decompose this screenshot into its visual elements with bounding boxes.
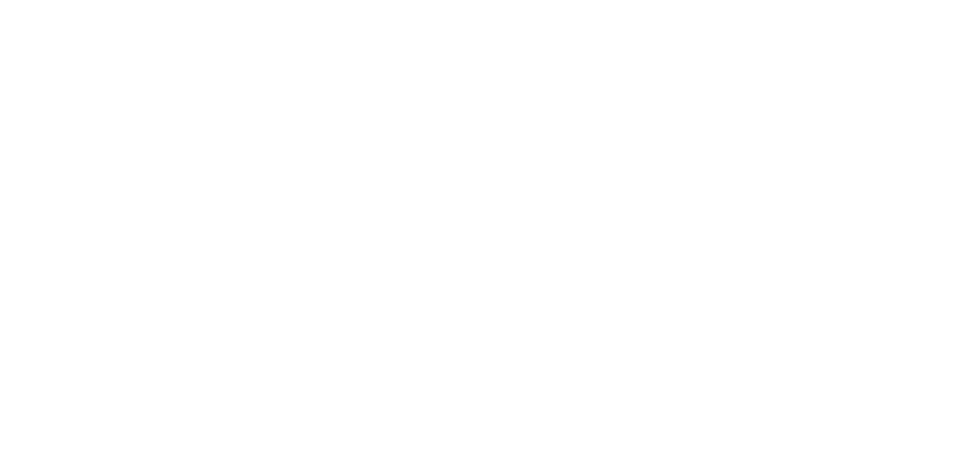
chart-container [0, 0, 980, 470]
chart-title [16, 8, 964, 13]
chart-body [16, 27, 964, 385]
